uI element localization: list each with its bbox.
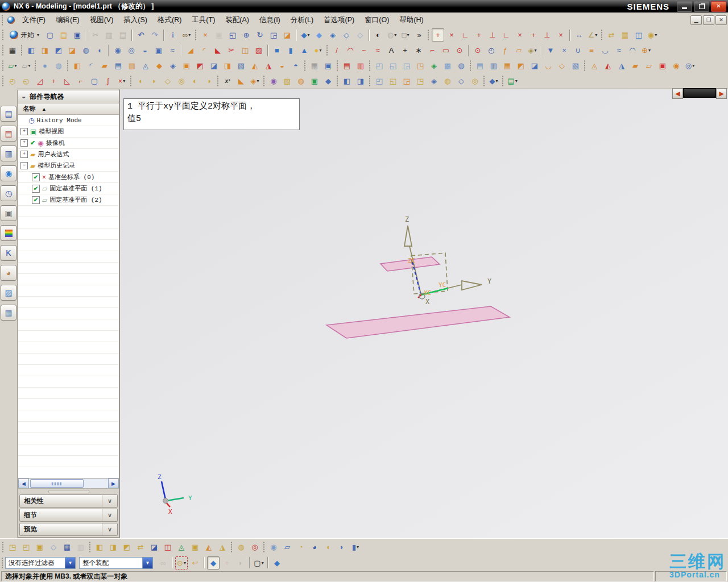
through-mesh-button[interactable]: ▥	[126, 59, 138, 72]
n-sided-surface-button[interactable]: ◬	[139, 59, 152, 72]
chevron-down-icon[interactable]: ∨	[102, 523, 117, 535]
wireframe-dim-button[interactable]: ◈	[326, 28, 339, 41]
shaded-with-edges-button[interactable]: ◆▾	[299, 28, 312, 41]
synchronize-button[interactable]: ◈▾	[249, 74, 261, 88]
curved-sheet-button[interactable]: ◱	[387, 59, 399, 72]
x-form-button[interactable]: ▤	[474, 59, 486, 72]
edge-blend-button[interactable]: ◜	[198, 44, 210, 57]
bounded-sheet-button[interactable]: ◰	[373, 59, 386, 72]
shell-button[interactable]: ▨	[253, 44, 265, 57]
datum-plane-button[interactable]: ▱▾	[6, 59, 19, 72]
offset-face-button[interactable]: ◲	[400, 74, 413, 88]
close-component-button[interactable]: ▥	[75, 541, 87, 554]
section-surface-button[interactable]: ◳	[414, 59, 427, 72]
scrollbar-left-button[interactable]: ◀	[18, 479, 29, 488]
find-button[interactable]: ∞▾	[180, 28, 193, 41]
menu-item-5[interactable]: 工具(T)	[187, 13, 220, 27]
fixed-datum-plane-1-row[interactable]: ✔▱固定基准平面 (1)	[18, 183, 119, 194]
toolbar-more-button[interactable]: »	[413, 28, 425, 41]
csys-z-axis-button[interactable]: ⊥	[486, 28, 499, 41]
global-shaping-button[interactable]: ▧	[569, 59, 582, 72]
datum-csys-0-checkbox[interactable]: ✔	[32, 173, 40, 181]
offset-curve-button[interactable]: ≡	[585, 44, 598, 57]
rotate-view-button[interactable]: ↻	[254, 28, 266, 41]
point-set-button[interactable]: ∗	[412, 44, 425, 57]
arrange-component-button[interactable]: ◪	[148, 541, 160, 554]
slot-button[interactable]: ▣	[152, 44, 165, 57]
pole-cage-button[interactable]: ▣	[656, 59, 669, 72]
move-component-button[interactable]: ⇄	[134, 541, 147, 554]
reflect-analysis-button[interactable]: ◎▾	[684, 59, 696, 72]
scrollbar-track[interactable]: ▮▮▮▮	[29, 479, 108, 488]
graphics-window[interactable]: Z Y X ZC YC XC Z Y X 1 平行于xy平面定义2对称平面， 值…	[119, 89, 728, 539]
boss-button[interactable]: ◎	[125, 44, 138, 57]
toolbar-handle[interactable]	[2, 30, 4, 40]
open-button[interactable]: ▤	[57, 28, 70, 41]
toolbar-handle[interactable]	[263, 76, 265, 86]
sequence-button[interactable]: ◍	[235, 541, 247, 554]
sphere-shaded-button[interactable]: ●	[39, 59, 51, 72]
expand-icon[interactable]: +	[20, 128, 28, 135]
thread-button[interactable]: ≈	[166, 44, 179, 57]
swept-body-button[interactable]: ◖	[93, 44, 106, 57]
swept-surface-button[interactable]: ◜	[85, 59, 97, 72]
extension-surface-button[interactable]: ◨	[221, 59, 234, 72]
toolbar-handle[interactable]	[2, 76, 4, 86]
wave-link-button[interactable]: ◰	[373, 74, 386, 88]
csys-current-view-button[interactable]: +	[527, 28, 540, 41]
menu-item-11[interactable]: 帮助(H)	[394, 13, 428, 27]
new-parent-button[interactable]: ◩	[121, 541, 133, 554]
sew-sheets-button[interactable]: ◈	[428, 74, 440, 88]
sheet-expand-button[interactable]: ▦	[308, 59, 321, 72]
sheet-trim-button[interactable]: ◪	[528, 59, 541, 72]
toolbar-handle[interactable]	[195, 30, 197, 40]
toolbar-handle[interactable]	[130, 76, 132, 86]
collapsed-panel-0[interactable]: 相关性∨	[19, 494, 118, 508]
csys-x-point-button[interactable]: +	[473, 28, 485, 41]
spline-button[interactable]: ~	[358, 44, 370, 57]
enlarge-surface-button[interactable]: ◭	[249, 59, 261, 72]
toolbar-handle[interactable]	[20, 45, 23, 56]
hatch-display-button[interactable]: ▤▾	[506, 74, 519, 88]
child-restore-button[interactable]: ❒	[703, 15, 714, 25]
wrap-curve-button[interactable]: ◠	[626, 44, 639, 57]
ellipse-button[interactable]: ⊙	[453, 44, 466, 57]
divide-curve-button[interactable]: +	[47, 74, 60, 88]
snap-point-button[interactable]: ⊙▾	[175, 556, 188, 569]
point-button[interactable]: +	[399, 44, 411, 57]
part-navigator-tab[interactable]: ▥	[1, 146, 16, 161]
profile-button[interactable]: ⌐	[426, 44, 439, 57]
arc-button[interactable]: ◠	[344, 44, 357, 57]
law-extension-button[interactable]: ▧	[235, 59, 247, 72]
child-close-button[interactable]: ✕	[715, 15, 727, 25]
assembly-cut-button[interactable]: ▮▾	[349, 541, 362, 554]
pattern-component-button[interactable]: ▣	[189, 541, 201, 554]
toolbar-handle[interactable]	[34, 60, 36, 71]
static-wireframe-button[interactable]: ◇	[354, 28, 366, 41]
datum-csys-0-row[interactable]: ✔×基准坐标系 (0)	[18, 172, 119, 183]
selection-scope-dropdown[interactable]: 整个装配 ▼	[79, 557, 153, 569]
edit-curve-pole-button[interactable]: ◵	[20, 74, 32, 88]
menu-item-4[interactable]: 格式(R)	[152, 13, 187, 27]
panel-splitter[interactable]	[18, 489, 119, 494]
deformable-part-button[interactable]: ◗	[336, 541, 348, 554]
object-info-button[interactable]: i	[167, 28, 179, 41]
zoom-in-out-button[interactable]: ⊕	[240, 28, 253, 41]
wireframe-button[interactable]: ◇	[340, 28, 353, 41]
move-feature-button[interactable]: ◣	[235, 74, 247, 88]
start-button[interactable]: 开始▾	[6, 28, 43, 41]
csys-plane-button[interactable]: ∟	[500, 28, 512, 41]
sweep-sheet-button[interactable]: ◲	[400, 59, 413, 72]
simplify-curve-button[interactable]: ≈	[613, 44, 625, 57]
roles-tab[interactable]: ◕	[1, 265, 16, 281]
xform-surface-button[interactable]: ▱	[643, 59, 655, 72]
scrollbar-right-button[interactable]: ▶	[108, 479, 119, 488]
history-mode-row[interactable]: ◷History Mode	[18, 115, 119, 126]
face-blend-button[interactable]: ◮	[262, 59, 275, 72]
open-component-button[interactable]: ◰	[20, 541, 32, 554]
visual-effects-tab[interactable]: K	[1, 245, 16, 261]
toolbar-handle[interactable]	[263, 542, 265, 552]
circle-button[interactable]: ⊙	[471, 44, 484, 57]
deform-curve-button[interactable]: ◖	[134, 74, 147, 88]
extract-body-button[interactable]: ◆	[322, 74, 334, 88]
